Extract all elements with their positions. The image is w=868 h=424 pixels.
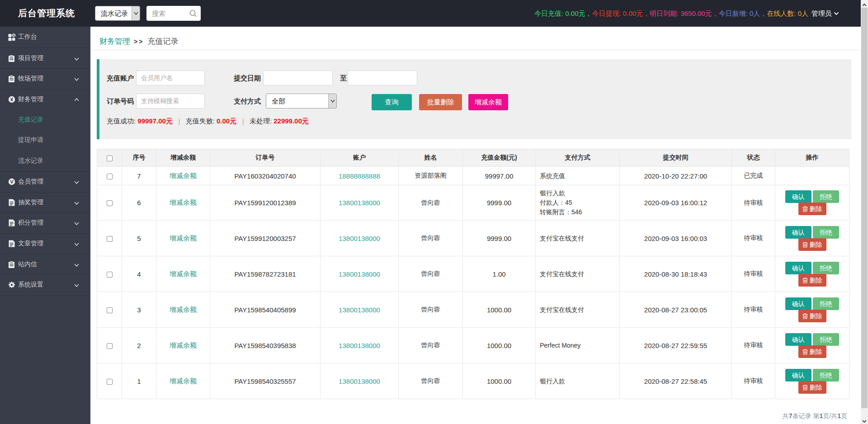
svg-text:¥: ¥ (10, 97, 14, 102)
svg-text:V: V (10, 179, 14, 185)
